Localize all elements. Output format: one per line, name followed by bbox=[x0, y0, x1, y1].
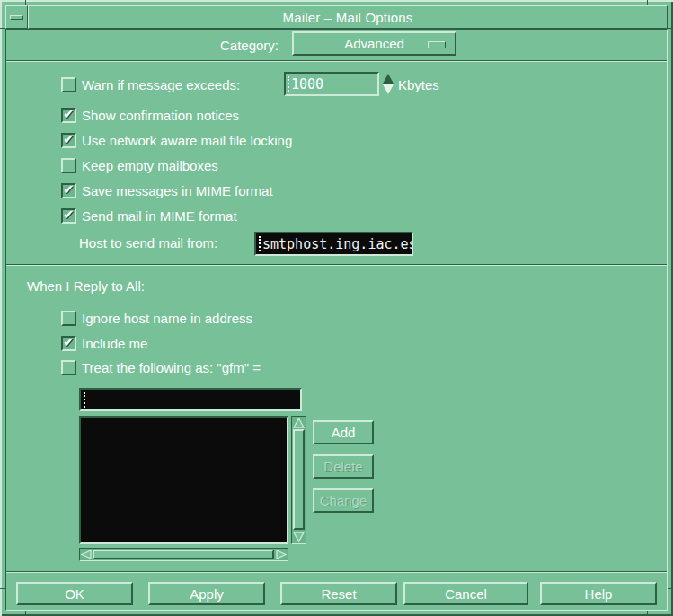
checkbox-label: Treat the following as: "gfm" = bbox=[82, 360, 261, 375]
frame-notch bbox=[25, 0, 26, 5]
apply-button[interactable]: Apply bbox=[148, 582, 265, 605]
keep-empty-mailboxes-checkbox[interactable] bbox=[61, 158, 76, 173]
checkbox-row: Use network aware mail file locking bbox=[61, 130, 292, 150]
frame-notch bbox=[647, 611, 648, 616]
ok-button-label: OK bbox=[65, 586, 84, 602]
checkbox-row: Keep empty mailboxes bbox=[61, 155, 218, 175]
help-button-label: Help bbox=[585, 586, 613, 602]
host-label: Host to send mail from: bbox=[79, 235, 217, 251]
checkbox-row: Treat the following as: "gfm" = bbox=[61, 357, 261, 377]
alias-listbox[interactable] bbox=[79, 416, 288, 544]
checkbox-label: Send mail in MIME format bbox=[82, 208, 237, 224]
apply-button-label: Apply bbox=[190, 586, 224, 602]
separator bbox=[6, 571, 667, 573]
dialog-body: Category: Advanced Warn if message excee… bbox=[5, 29, 668, 611]
window-menu-dash-icon bbox=[10, 15, 23, 20]
warn-size-input[interactable]: 1000 bbox=[284, 72, 379, 96]
checkbox-label: Keep empty mailboxes bbox=[82, 158, 218, 173]
network-locking-checkbox[interactable] bbox=[61, 133, 76, 148]
scroll-up-icon[interactable] bbox=[293, 418, 305, 428]
include-me-checkbox[interactable] bbox=[61, 336, 76, 351]
checkbox-row: Save messages in MIME format bbox=[61, 180, 273, 200]
category-option-menu[interactable]: Advanced bbox=[292, 31, 456, 56]
host-value: smtphost.ing.iac.es bbox=[262, 236, 413, 252]
checkbox-label: Include me bbox=[82, 336, 147, 351]
change-button[interactable]: Change bbox=[313, 488, 374, 513]
alias-entry-input[interactable] bbox=[79, 388, 302, 411]
reset-button[interactable]: Reset bbox=[280, 582, 397, 605]
save-mime-checkbox[interactable] bbox=[61, 183, 76, 198]
spin-up-icon[interactable] bbox=[383, 74, 394, 84]
checkbox-label: Save messages in MIME format bbox=[82, 183, 273, 198]
checkbox-row: Show confirmation notices bbox=[61, 105, 239, 125]
warn-checkbox[interactable] bbox=[61, 77, 76, 92]
treat-following-checkbox[interactable] bbox=[61, 360, 76, 375]
add-button-label: Add bbox=[332, 425, 356, 440]
text-cursor bbox=[259, 236, 261, 251]
frame-notch bbox=[668, 28, 673, 29]
category-value: Advanced bbox=[344, 36, 404, 51]
delete-button[interactable]: Delete bbox=[313, 454, 374, 479]
titlebar[interactable]: Mailer – Mail Options bbox=[5, 5, 668, 29]
horizontal-scrollbar[interactable] bbox=[79, 548, 288, 561]
cancel-button-label: Cancel bbox=[445, 586, 487, 602]
separator bbox=[6, 264, 667, 266]
delete-button-label: Delete bbox=[323, 459, 362, 474]
checkbox-row: Ignore host name in address bbox=[61, 308, 252, 328]
checkbox-row: Include me bbox=[61, 333, 147, 353]
cancel-button[interactable]: Cancel bbox=[403, 582, 528, 605]
frame-notch bbox=[25, 611, 26, 616]
checkbox-label: Use network aware mail file locking bbox=[82, 133, 292, 148]
scroll-down-icon[interactable] bbox=[293, 532, 305, 542]
text-cursor bbox=[288, 76, 290, 92]
confirmation-checkbox[interactable] bbox=[61, 108, 76, 123]
checkbox-label: Ignore host name in address bbox=[82, 311, 252, 326]
send-mime-checkbox[interactable] bbox=[61, 208, 76, 224]
mail-options-window: Mailer – Mail Options Category: Advanced… bbox=[0, 0, 673, 616]
text-cursor bbox=[84, 392, 86, 408]
scroll-left-icon[interactable] bbox=[81, 550, 92, 559]
window-title: Mailer – Mail Options bbox=[282, 10, 412, 25]
warn-label: Warn if message exceeds: bbox=[82, 77, 240, 92]
add-button[interactable]: Add bbox=[313, 420, 374, 444]
window-menu-button[interactable] bbox=[5, 5, 28, 29]
checkbox-label: Show confirmation notices bbox=[82, 108, 239, 123]
help-button[interactable]: Help bbox=[540, 582, 657, 605]
spin-down-icon[interactable] bbox=[383, 84, 394, 94]
warn-unit-label: Kbytes bbox=[398, 77, 439, 92]
ok-button[interactable]: OK bbox=[16, 582, 133, 605]
reset-button-label: Reset bbox=[321, 586, 356, 602]
warn-size-spinner bbox=[381, 72, 394, 96]
warn-row: Warn if message exceeds: bbox=[61, 75, 240, 94]
warn-size-value: 1000 bbox=[291, 76, 323, 92]
title-area: Mailer – Mail Options bbox=[28, 5, 668, 29]
ignore-host-checkbox[interactable] bbox=[61, 311, 76, 326]
vertical-scroll-thumb[interactable] bbox=[293, 429, 305, 530]
category-label: Category: bbox=[141, 38, 279, 53]
horizontal-scroll-thumb[interactable] bbox=[93, 550, 274, 559]
option-menu-indicator-icon bbox=[428, 41, 446, 48]
frame-notch bbox=[668, 588, 673, 589]
checkbox-row: Send mail in MIME format bbox=[61, 206, 237, 225]
vertical-scrollbar[interactable] bbox=[291, 416, 306, 544]
reply-section-title: When I Reply to All: bbox=[27, 278, 145, 294]
frame-notch bbox=[647, 0, 648, 5]
host-input[interactable]: smtphost.ing.iac.es bbox=[254, 232, 413, 256]
change-button-label: Change bbox=[320, 493, 367, 508]
separator bbox=[6, 60, 667, 62]
scroll-right-icon[interactable] bbox=[276, 550, 287, 559]
